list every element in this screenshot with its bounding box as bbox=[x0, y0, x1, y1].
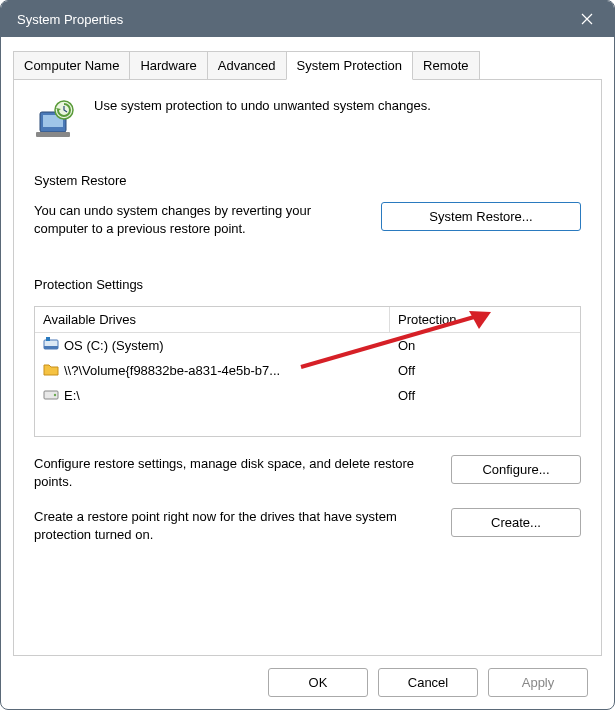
tab-panel: Use system protection to undo unwanted s… bbox=[13, 80, 602, 656]
drives-list: Available Drives Protection OS (C:) (Sys… bbox=[34, 306, 581, 437]
drives-empty-space bbox=[35, 408, 580, 436]
tab-advanced[interactable]: Advanced bbox=[207, 51, 287, 79]
drive-protection: Off bbox=[390, 385, 580, 406]
ok-button[interactable]: OK bbox=[268, 668, 368, 697]
folder-icon bbox=[43, 361, 59, 380]
intro-text: Use system protection to undo unwanted s… bbox=[94, 98, 431, 113]
drive-name: \\?\Volume{f98832be-a831-4e5b-b7... bbox=[64, 363, 280, 378]
tab-strip: Computer Name Hardware Advanced System P… bbox=[13, 51, 602, 80]
create-row: Create a restore point right now for the… bbox=[34, 508, 581, 543]
drive-name: OS (C:) (System) bbox=[64, 338, 164, 353]
window-title: System Properties bbox=[17, 12, 564, 27]
content-area: Computer Name Hardware Advanced System P… bbox=[1, 37, 614, 709]
system-restore-button[interactable]: System Restore... bbox=[381, 202, 581, 231]
tab-remote[interactable]: Remote bbox=[412, 51, 480, 79]
close-button[interactable] bbox=[564, 1, 610, 37]
protection-settings-label: Protection Settings bbox=[34, 277, 151, 292]
tab-computer-name[interactable]: Computer Name bbox=[13, 51, 130, 79]
drive-protection: On bbox=[390, 335, 580, 356]
svg-rect-7 bbox=[44, 346, 58, 349]
tab-hardware[interactable]: Hardware bbox=[129, 51, 207, 79]
system-restore-row: You can undo system changes by reverting… bbox=[34, 202, 581, 237]
tab-system-protection[interactable]: System Protection bbox=[286, 51, 414, 80]
create-button[interactable]: Create... bbox=[451, 508, 581, 537]
svg-rect-8 bbox=[46, 337, 50, 341]
drive-row[interactable]: \\?\Volume{f98832be-a831-4e5b-b7... Off bbox=[35, 358, 580, 383]
drive-row[interactable]: E:\ Off bbox=[35, 383, 580, 408]
restore-icon bbox=[34, 98, 78, 145]
intro-row: Use system protection to undo unwanted s… bbox=[34, 98, 581, 145]
configure-row: Configure restore settings, manage disk … bbox=[34, 455, 581, 490]
titlebar: System Properties bbox=[1, 1, 614, 37]
configure-button[interactable]: Configure... bbox=[451, 455, 581, 484]
dialog-footer: OK Cancel Apply bbox=[13, 656, 602, 709]
svg-point-10 bbox=[54, 394, 56, 396]
drive-name: E:\ bbox=[64, 388, 80, 403]
configure-text: Configure restore settings, manage disk … bbox=[34, 455, 431, 490]
apply-button[interactable]: Apply bbox=[488, 668, 588, 697]
column-protection[interactable]: Protection bbox=[390, 307, 580, 332]
protection-settings-group-header: Protection Settings bbox=[34, 277, 581, 292]
drive-protection: Off bbox=[390, 360, 580, 381]
drive-icon bbox=[43, 386, 59, 405]
create-text: Create a restore point right now for the… bbox=[34, 508, 431, 543]
column-available-drives[interactable]: Available Drives bbox=[35, 307, 390, 332]
system-restore-group-header: System Restore bbox=[34, 173, 581, 188]
system-properties-window: System Properties Computer Name Hardware… bbox=[0, 0, 615, 710]
drives-header: Available Drives Protection bbox=[35, 307, 580, 333]
system-restore-text: You can undo system changes by reverting… bbox=[34, 202, 361, 237]
system-restore-label: System Restore bbox=[34, 173, 134, 188]
drive-row[interactable]: OS (C:) (System) On bbox=[35, 333, 580, 358]
os-drive-icon bbox=[43, 336, 59, 355]
cancel-button[interactable]: Cancel bbox=[378, 668, 478, 697]
close-icon bbox=[581, 13, 593, 25]
svg-rect-2 bbox=[36, 132, 70, 137]
